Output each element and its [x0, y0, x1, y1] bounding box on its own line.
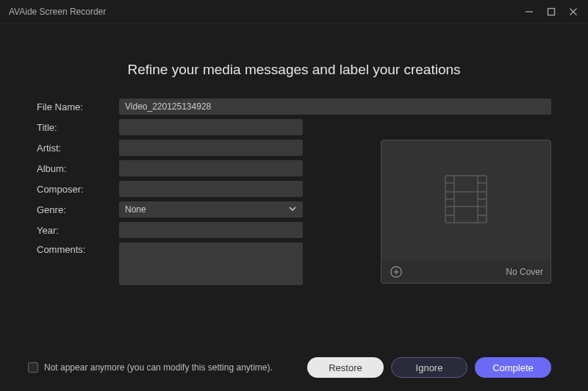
- not-appear-label: Not appear anymore (you can modify this …: [44, 362, 273, 373]
- title-row: Title:: [37, 119, 303, 135]
- genre-value: None: [125, 204, 146, 215]
- close-icon[interactable]: [567, 6, 579, 18]
- cover-footer: No Cover: [381, 260, 551, 284]
- complete-button[interactable]: Complete: [475, 357, 551, 378]
- comments-input[interactable]: [119, 243, 303, 285]
- chevron-down-icon: [288, 204, 297, 215]
- file-name-label: File Name:: [37, 101, 119, 112]
- year-input[interactable]: [119, 222, 303, 238]
- minimize-icon[interactable]: [523, 6, 535, 18]
- album-label: Album:: [37, 163, 119, 174]
- file-name-input[interactable]: [119, 98, 551, 115]
- action-buttons: Restore Ignore Complete: [307, 357, 551, 378]
- svg-rect-1: [548, 8, 555, 15]
- genre-label: Genre:: [37, 204, 119, 215]
- comments-row: Comments:: [37, 243, 303, 285]
- restore-button[interactable]: Restore: [307, 357, 384, 378]
- composer-row: Composer:: [37, 181, 303, 197]
- cover-panel: No Cover: [381, 140, 551, 290]
- comments-label: Comments:: [37, 243, 119, 255]
- year-row: Year:: [37, 222, 303, 238]
- title-label: Title:: [37, 122, 119, 133]
- album-input[interactable]: [119, 160, 303, 176]
- artist-row: Artist:: [37, 140, 303, 156]
- file-name-row: File Name:: [37, 98, 551, 115]
- titlebar: AVAide Screen Recorder: [0, 0, 588, 24]
- maximize-icon[interactable]: [545, 6, 557, 18]
- window-controls: [523, 6, 579, 18]
- cover-placeholder: [381, 140, 551, 262]
- content: File Name: Title: Artist: Album: Compose: [0, 98, 588, 290]
- title-input[interactable]: [119, 119, 303, 135]
- artist-label: Artist:: [37, 143, 119, 154]
- genre-row: Genre: None: [37, 201, 303, 218]
- page-title: Refine your media messages and label you…: [0, 62, 588, 78]
- add-cover-button[interactable]: [389, 265, 404, 279]
- footer: Not appear anymore (you can modify this …: [0, 351, 588, 391]
- not-appear-checkbox[interactable]: [28, 362, 38, 373]
- genre-select[interactable]: None: [119, 201, 303, 218]
- not-appear-row: Not appear anymore (you can modify this …: [28, 362, 273, 373]
- album-row: Album:: [37, 160, 303, 176]
- film-icon: [429, 162, 503, 239]
- artist-input[interactable]: [119, 140, 303, 156]
- year-label: Year:: [37, 225, 119, 236]
- composer-input[interactable]: [119, 181, 303, 197]
- app-title: AVAide Screen Recorder: [9, 7, 106, 17]
- ignore-button[interactable]: Ignore: [391, 357, 467, 378]
- no-cover-text: No Cover: [506, 267, 543, 277]
- composer-label: Composer:: [37, 184, 119, 195]
